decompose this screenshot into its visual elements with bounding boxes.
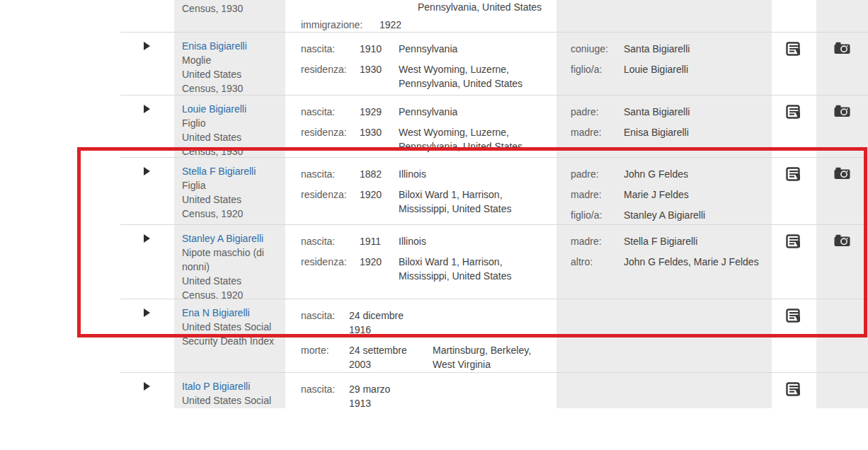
- relation-label: madre:: [571, 188, 624, 202]
- expand-arrow-icon[interactable]: [144, 234, 150, 243]
- table-row: Ena N Bigiarelli United States Social Se…: [120, 299, 868, 373]
- fact-label: residenza:: [301, 188, 360, 216]
- fact-value: 1911: [360, 234, 399, 248]
- person-name-link[interactable]: Enisa Bigiarelli: [182, 40, 247, 52]
- fact-value: 24 dicembre 1916: [349, 308, 411, 337]
- record-note-icon[interactable]: [786, 234, 802, 251]
- expand-cell: [120, 33, 174, 95]
- facts-cell: nascita: 29 marzo 1913: [285, 373, 556, 408]
- record-note-icon[interactable]: [786, 105, 802, 122]
- relation-label: madre:: [571, 125, 624, 139]
- person-name-link[interactable]: Italo P Bigiarelli: [182, 381, 250, 392]
- relations-cell: coniuge: Santa Bigiarelli figlio/a: Loui…: [556, 33, 772, 95]
- fact-place: [433, 308, 553, 337]
- record-icon-cell: [772, 225, 816, 299]
- name-cell: Louie Bigiarelli Figlio United States Ce…: [174, 96, 285, 157]
- residence-location: Pennsylvania, United States: [418, 0, 556, 14]
- facts-cell: nascita: 24 dicembre 1916 morte: 24 sett…: [285, 299, 556, 372]
- fact-label: nascita:: [301, 167, 360, 181]
- relation-label: padre:: [571, 105, 624, 119]
- table-row: Louie Bigiarelli Figlio United States Ce…: [120, 96, 868, 158]
- facts-cell: nascita: 1929 Pennsylvania residenza: 19…: [285, 96, 556, 157]
- relation-row: padre: Santa Bigiarelli: [571, 105, 772, 119]
- relations-cell: padre: Santa Bigiarelli madre: Enisa Big…: [556, 96, 772, 157]
- expand-arrow-icon[interactable]: [144, 382, 150, 391]
- fact-place: Pennsylvania: [399, 105, 530, 119]
- fact-value: 24 settembre 2003: [349, 343, 411, 371]
- fact-value: 1882: [360, 167, 399, 181]
- relation-value: Marie J Feldes: [624, 188, 689, 202]
- record-note-icon[interactable]: [786, 167, 802, 184]
- table-row: Enisa Bigiarelli Moglie United States Ce…: [120, 33, 868, 96]
- expand-arrow-icon[interactable]: [144, 42, 150, 50]
- fact-place: Biloxi Ward 1, Harrison, Mississippi, Un…: [399, 255, 530, 283]
- relation-value: Stella F Bigiarelli: [624, 234, 697, 248]
- facts-cell: nascita: 1911 Illinois residenza: 1920 B…: [285, 225, 556, 299]
- fact-place: Illinois: [399, 234, 530, 248]
- camera-icon[interactable]: [834, 167, 850, 182]
- person-role: Figlia: [182, 178, 278, 192]
- record-note-icon[interactable]: [786, 382, 802, 399]
- relation-label: altro:: [571, 255, 624, 269]
- person-name-link[interactable]: Stella F Bigiarelli: [182, 166, 256, 177]
- fact-label: immigrazione:: [301, 18, 379, 32]
- camera-icon[interactable]: [834, 234, 850, 249]
- person-role: Moglie: [182, 53, 278, 67]
- relation-row: madre: Stella F Bigiarelli: [571, 234, 772, 248]
- expand-arrow-icon[interactable]: [144, 308, 150, 317]
- name-cell: Census, 1930: [174, 0, 285, 32]
- expand-arrow-icon[interactable]: [144, 167, 150, 175]
- fact-value: 29 marzo 1913: [349, 382, 411, 408]
- relations-cell: [556, 299, 772, 372]
- fact-death: morte: 24 settembre 2003 Martinsburg, Be…: [301, 343, 556, 371]
- person-role: Figlio: [182, 116, 278, 130]
- fact-label: nascita:: [301, 382, 349, 408]
- image-icon-cell: [816, 299, 868, 372]
- record-icon-cell: [772, 33, 816, 95]
- expand-cell: [120, 299, 174, 372]
- person-name-link[interactable]: Ena N Bigiarelli: [182, 307, 250, 318]
- person-role: Nipote maschio (di nonni): [182, 246, 278, 274]
- image-icon-cell: [816, 373, 868, 408]
- fact-value: 1920: [360, 255, 399, 283]
- relation-row: figlio/a: Louie Bigiarelli: [571, 62, 772, 76]
- relation-label: figlio/a:: [571, 62, 624, 76]
- table-row: Stanley A Bigiarelli Nipote maschio (di …: [120, 225, 868, 299]
- expand-cell: [120, 0, 174, 32]
- facts-cell: nascita: 1882 Illinois residenza: 1920 B…: [285, 158, 556, 224]
- relation-value: Stanley A Bigiarelli: [624, 208, 705, 222]
- person-name-link[interactable]: Stanley A Bigiarelli: [182, 233, 263, 244]
- expand-cell: [120, 158, 174, 224]
- relations-cell: [556, 0, 772, 32]
- search-results-page: Census, 1930 Pennsylvania, United States…: [0, 0, 868, 450]
- fact-label: morte:: [301, 343, 349, 371]
- relation-row: figlio/a: Stanley A Bigiarelli: [571, 208, 772, 222]
- expand-arrow-icon[interactable]: [144, 105, 150, 113]
- table-row: Italo P Bigiarelli United States Social …: [120, 373, 868, 408]
- relation-row: madre: Enisa Bigiarelli: [571, 125, 772, 139]
- fact-place: Pennsylvania: [399, 42, 530, 56]
- relations-cell: [556, 373, 772, 408]
- relation-row: coniuge: Santa Bigiarelli: [571, 42, 772, 56]
- camera-icon[interactable]: [834, 42, 850, 57]
- relation-value: Santa Bigiarelli: [624, 42, 690, 56]
- fact-value: 1922: [379, 18, 418, 32]
- record-note-icon[interactable]: [786, 308, 802, 325]
- record-source: United States Social Security Death Inde…: [182, 320, 278, 348]
- relation-label: madre:: [571, 234, 624, 248]
- relations-cell: madre: Stella F Bigiarelli altro: John G…: [556, 225, 772, 299]
- table-row: Stella F Bigiarelli Figlia United States…: [120, 158, 868, 225]
- record-note-icon[interactable]: [786, 42, 802, 59]
- fact-birth: nascita: 29 marzo 1913: [301, 382, 556, 408]
- relation-row: altro: John G Feldes, Marie J Feldes: [571, 255, 772, 269]
- person-name-link[interactable]: Louie Bigiarelli: [182, 103, 246, 115]
- fact-residence: residenza: 1930 West Wyoming, Luzerne, P…: [301, 62, 556, 91]
- record-icon-cell: [772, 373, 816, 408]
- fact-label: nascita:: [301, 105, 360, 119]
- name-cell: Enisa Bigiarelli Moglie United States Ce…: [174, 33, 285, 95]
- fact-birth: nascita: 1882 Illinois: [301, 167, 556, 181]
- record-source: United States Census, 1920: [182, 192, 278, 221]
- relation-label: coniuge:: [571, 42, 624, 56]
- fact-place: West Wyoming, Luzerne, Pennsylvania, Uni…: [399, 125, 530, 154]
- camera-icon[interactable]: [834, 105, 850, 120]
